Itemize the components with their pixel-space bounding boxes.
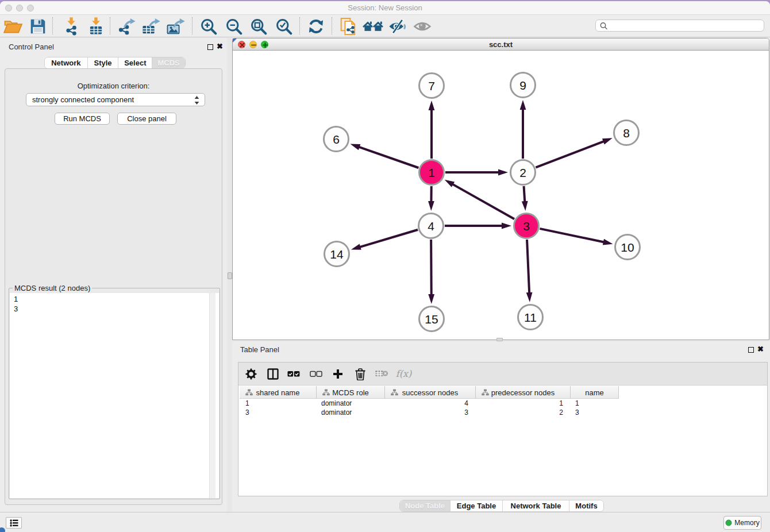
toolbar-export-table-button[interactable] — [141, 17, 161, 36]
zoom-out-icon — [224, 17, 244, 36]
graph-edge-3-1[interactable] — [445, 180, 515, 219]
graph-node-6[interactable]: 6 — [322, 125, 350, 153]
table-cell: 3 — [571, 408, 619, 417]
tab-mcds[interactable]: MCDS — [152, 57, 185, 68]
graph-edge-4-3[interactable] — [445, 223, 512, 229]
table-toolbar-function-builder-button[interactable]: f(x) — [395, 365, 414, 383]
table-toolbar-add-column-button[interactable] — [329, 365, 347, 383]
table-tab-network-table[interactable]: Network Table — [502, 500, 569, 511]
graph-node-15[interactable]: 15 — [418, 305, 445, 333]
column-header-MCDS-role[interactable]: MCDS role — [317, 386, 385, 399]
graph-node-14[interactable]: 14 — [323, 240, 351, 268]
close-control-panel-button[interactable]: ✖ — [217, 44, 223, 49]
graph-edge-3-10[interactable] — [540, 229, 613, 245]
toolbar-home-layout-button[interactable] — [363, 17, 383, 36]
graph-node-3[interactable]: 3 — [513, 212, 540, 240]
table-toolbar-unselect-all-button[interactable] — [307, 365, 325, 383]
run-mcds-button[interactable]: Run MCDS — [55, 113, 110, 125]
toolbar-zoom-in-button[interactable] — [199, 17, 218, 36]
column-header-shared-name[interactable]: shared name — [240, 386, 317, 399]
graph-edge-4-14[interactable] — [351, 230, 418, 250]
table-toolbar-select-all-button[interactable] — [284, 365, 303, 383]
graph-edge-1-6[interactable] — [351, 144, 419, 168]
table-tab-node-table[interactable]: Node Table — [400, 500, 450, 511]
close-panel-button[interactable]: Close panel — [117, 113, 176, 125]
titlebar[interactable]: Session: New Session — [0, 1, 770, 15]
float-control-panel-button[interactable] — [207, 44, 213, 50]
splitter-grip[interactable] — [228, 272, 232, 279]
graph-edge-1-4[interactable] — [428, 186, 434, 211]
graph-edge-2-9[interactable] — [520, 100, 526, 159]
graph-node-9[interactable]: 9 — [509, 71, 537, 99]
search-icon — [599, 21, 608, 30]
mcds-result-textarea[interactable]: 1 3 — [10, 293, 219, 498]
toolbar-hide-unselected-button[interactable] — [388, 17, 407, 36]
network-canvas[interactable]: 1234678910111415 — [233, 51, 768, 340]
graph-node-7[interactable]: 7 — [418, 72, 445, 99]
graph-node-4[interactable]: 4 — [417, 212, 445, 240]
table-cell: 1 — [571, 399, 619, 408]
table-toolbar-delete-column-button[interactable] — [351, 365, 369, 383]
graph-edge-4-15[interactable] — [428, 239, 434, 304]
network-frame-titlebar[interactable]: scc.txt — [233, 38, 769, 51]
frame-resize-grip[interactable] — [496, 338, 503, 341]
toolbar-open-session-button[interactable] — [3, 17, 23, 36]
tab-style[interactable]: Style — [87, 57, 118, 68]
tab-select[interactable]: Select — [118, 57, 152, 68]
column-tree-icon — [391, 389, 398, 396]
toolbar-import-table-button[interactable] — [86, 17, 106, 36]
table-tab-motifs[interactable]: Motifs — [569, 500, 603, 511]
toolbar-refresh-button[interactable] — [306, 17, 326, 36]
column-header-successor-nodes[interactable]: successor nodes — [385, 386, 476, 399]
toolbar-zoom-fit-button[interactable] — [249, 17, 268, 36]
graph-node-2[interactable]: 2 — [509, 159, 537, 186]
graph-node-8[interactable]: 8 — [613, 119, 640, 147]
open-session-icon — [3, 17, 24, 36]
node-table-container: f(x) shared nameMCDS rolesuccessor nodes… — [238, 362, 768, 496]
graph-node-11[interactable]: 11 — [517, 303, 544, 331]
table-toolbar-split-panel-button[interactable] — [264, 365, 282, 383]
column-header-predecessor-nodes[interactable]: predecessor nodes — [476, 386, 571, 399]
search-box[interactable] — [595, 20, 764, 32]
table-tab-edge-table[interactable]: Edge Table — [450, 500, 502, 511]
float-table-panel-button[interactable] — [748, 347, 754, 353]
graph-edge-3-11[interactable] — [526, 239, 533, 302]
table-cell: 4 — [385, 399, 476, 408]
criterion-select[interactable]: strongly connected component — [26, 93, 205, 106]
search-input[interactable] — [609, 21, 760, 30]
memory-button[interactable]: Memory — [723, 516, 761, 530]
table-toolbar-delete-table-button[interactable] — [372, 365, 391, 383]
network-title: scc.txt — [233, 38, 769, 51]
column-header-name[interactable]: name — [571, 386, 619, 399]
toolbar-separator — [299, 17, 300, 34]
toolbar-zoom-selected-button[interactable] — [274, 17, 294, 36]
toolbar-export-network-button[interactable] — [117, 17, 136, 36]
table-cell: dominator — [317, 408, 385, 417]
table-toolbar-table-settings-button[interactable] — [242, 365, 260, 383]
task-history-button[interactable] — [6, 517, 22, 529]
graph-edge-2-8[interactable] — [536, 138, 613, 167]
table-row[interactable]: 1dominator411 — [240, 399, 619, 408]
table-header: shared nameMCDS rolesuccessor nodesprede… — [240, 386, 619, 399]
graph-node-1[interactable]: 1 — [418, 159, 445, 186]
control-panel-tabs: NetworkStyleSelectMCDS — [44, 57, 186, 69]
spinner-arrows-icon — [194, 95, 199, 105]
task-list-icon — [10, 519, 18, 527]
toolbar-import-network-button[interactable] — [61, 17, 81, 36]
graph-node-10[interactable]: 10 — [614, 233, 641, 261]
toolbar-show-all-button[interactable] — [413, 17, 433, 36]
toolbar-export-image-button[interactable] — [166, 17, 186, 36]
close-table-panel-button[interactable]: ✖ — [757, 346, 764, 352]
node-label: 6 — [333, 133, 340, 146]
table-row[interactable]: 3dominator323 — [240, 408, 619, 417]
graph-edge-1-7[interactable] — [429, 101, 435, 159]
tab-network[interactable]: Network — [45, 57, 87, 68]
graph-edge-2-3[interactable] — [522, 186, 528, 211]
result-scrollbar[interactable] — [209, 293, 215, 498]
toolbar-duplicate-network-button[interactable] — [338, 17, 358, 36]
toolbar-save-session-button[interactable] — [28, 17, 48, 36]
status-bar: Memory — [0, 512, 770, 532]
toolbar-zoom-out-button[interactable] — [224, 17, 244, 36]
edge-arrowhead-icon — [445, 180, 455, 187]
graph-edge-1-2[interactable] — [445, 169, 509, 176]
